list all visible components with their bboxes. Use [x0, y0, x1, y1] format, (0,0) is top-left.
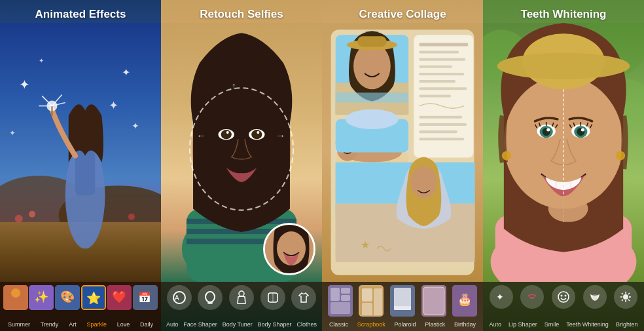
- face-circle-preview: [263, 223, 315, 275]
- tool-clothes-icon[interactable]: [291, 285, 316, 310]
- panel-2-title: Retouch Selfies: [161, 8, 322, 21]
- svg-text:✦: ✦: [496, 292, 504, 302]
- svg-text:✦: ✦: [132, 121, 139, 131]
- tool-face-shaper-icon[interactable]: [198, 285, 223, 310]
- svg-text:↑: ↑: [232, 81, 236, 91]
- svg-point-132: [546, 128, 550, 132]
- panel-creative-collage: Creative Collage: [322, 0, 483, 331]
- label-face-shaper: Face Shaper: [183, 321, 217, 328]
- svg-text:←: ←: [196, 130, 206, 141]
- panel-1-title: Animated Effects: [0, 8, 161, 21]
- svg-point-59: [239, 291, 244, 296]
- panel-animated-effects: Animated Effects: [0, 0, 161, 331]
- panel-3-toolbar: 🎂 Classic Scrapbook Polaroid Plastick Bi…: [322, 282, 483, 331]
- svg-point-126: [497, 53, 630, 80]
- tool-birthday-thumb[interactable]: 🎂: [452, 285, 477, 317]
- svg-line-155: [628, 300, 630, 301]
- tool-classic-thumb[interactable]: [328, 285, 353, 317]
- svg-point-6: [128, 214, 135, 220]
- svg-point-144: [560, 295, 562, 297]
- panel-2-scene: ← → ↑: [161, 23, 322, 282]
- panel-teeth-whitening: Teeth Whitening: [483, 0, 644, 331]
- label-scrapbook: Scrapbook: [357, 321, 385, 328]
- svg-text:✦: ✦: [9, 128, 16, 138]
- tool-body-tuner-icon[interactable]: [229, 285, 254, 310]
- tool-brighten-icon[interactable]: [614, 285, 637, 309]
- svg-text:→: →: [276, 130, 285, 141]
- svg-rect-80: [419, 94, 451, 97]
- svg-line-154: [622, 293, 623, 294]
- svg-point-91: [346, 109, 399, 129]
- svg-point-97: [410, 166, 437, 199]
- panel-4-scene: [483, 23, 644, 282]
- svg-rect-73: [419, 43, 468, 46]
- svg-text:🎂: 🎂: [457, 292, 473, 307]
- svg-rect-102: [341, 295, 350, 301]
- label-auto: Auto: [166, 321, 179, 328]
- svg-rect-112: [423, 287, 444, 315]
- label-sparkle: Sparkle: [86, 321, 107, 328]
- svg-text:✦: ✦: [122, 66, 130, 78]
- svg-point-5: [29, 211, 35, 218]
- tool-polaroid-thumb[interactable]: [390, 285, 415, 317]
- tool-auto-4-icon[interactable]: ✦: [490, 285, 513, 309]
- svg-rect-74: [419, 51, 459, 54]
- svg-rect-79: [419, 87, 467, 90]
- label-plastick: Plastick: [425, 321, 445, 328]
- label-love: Love: [117, 321, 130, 328]
- tool-thumb-daily[interactable]: 📅: [133, 285, 158, 310]
- panel-1-toolbar: ✨ 🎨 ⭐ ❤️ 📅 Summer Trendy Art Sparkle Lov…: [0, 282, 161, 331]
- tool-teeth-whitening-icon[interactable]: [583, 285, 607, 309]
- svg-point-136: [581, 128, 584, 132]
- svg-rect-82: [419, 123, 467, 126]
- tool-auto-icon[interactable]: A: [167, 285, 192, 310]
- label-clothes: Clothes: [296, 321, 317, 328]
- svg-rect-77: [419, 73, 464, 75]
- panel-3-scene: ★: [322, 23, 483, 282]
- svg-point-145: [564, 295, 566, 297]
- svg-rect-103: [331, 302, 350, 314]
- label-smile: Smile: [545, 321, 560, 328]
- tool-body-shaper-icon[interactable]: [260, 285, 285, 310]
- svg-point-149: [623, 294, 628, 300]
- svg-text:📅: 📅: [138, 291, 151, 303]
- svg-text:✨: ✨: [34, 290, 49, 304]
- svg-point-44: [226, 131, 229, 134]
- svg-rect-69: [357, 36, 387, 47]
- label-brighten: Brighten: [616, 321, 638, 328]
- tool-plastick-thumb[interactable]: [421, 285, 446, 317]
- svg-point-128: [616, 151, 625, 160]
- panel-3-title: Creative Collage: [322, 8, 483, 21]
- svg-rect-106: [374, 288, 383, 316]
- svg-rect-75: [419, 58, 465, 61]
- label-classic: Classic: [329, 321, 348, 328]
- tool-thumb-trendy[interactable]: ✨: [29, 285, 54, 310]
- tool-lip-shaper-icon[interactable]: [520, 285, 544, 309]
- label-auto-4: Auto: [490, 321, 502, 328]
- svg-rect-78: [419, 80, 456, 83]
- svg-rect-107: [362, 303, 372, 316]
- tool-thumb-art[interactable]: 🎨: [55, 285, 80, 310]
- label-summer: Summer: [8, 321, 30, 328]
- panel-4-toolbar: ✦ Auto Lip Shaper Smile Teeth Whitening: [483, 282, 644, 331]
- svg-text:🎨: 🎨: [60, 290, 75, 304]
- tool-smile-icon[interactable]: [552, 285, 575, 309]
- panel-retouch-selfies: Retouch Selfies: [161, 0, 322, 331]
- panel-1-scene: ✦ ✦ ✦ ✦ ✦ ✦: [0, 23, 161, 282]
- svg-line-156: [628, 293, 630, 294]
- svg-line-157: [622, 300, 623, 301]
- svg-text:A: A: [175, 294, 179, 302]
- label-daily: Daily: [140, 321, 153, 328]
- tool-thumb-love[interactable]: ❤️: [107, 285, 132, 310]
- svg-rect-76: [419, 66, 452, 68]
- label-body-shaper: Body Shaper: [258, 321, 292, 328]
- svg-point-4: [15, 215, 23, 223]
- svg-point-143: [558, 292, 569, 302]
- label-lip-shaper: Lip Shaper: [509, 321, 537, 328]
- tool-scrapbook-thumb[interactable]: [359, 285, 384, 317]
- label-art: Art: [69, 321, 77, 328]
- tool-thumb-sparkle[interactable]: ⭐: [81, 285, 106, 310]
- svg-rect-100: [331, 288, 340, 301]
- tool-thumb-summer[interactable]: [3, 285, 28, 310]
- svg-point-127: [502, 151, 511, 160]
